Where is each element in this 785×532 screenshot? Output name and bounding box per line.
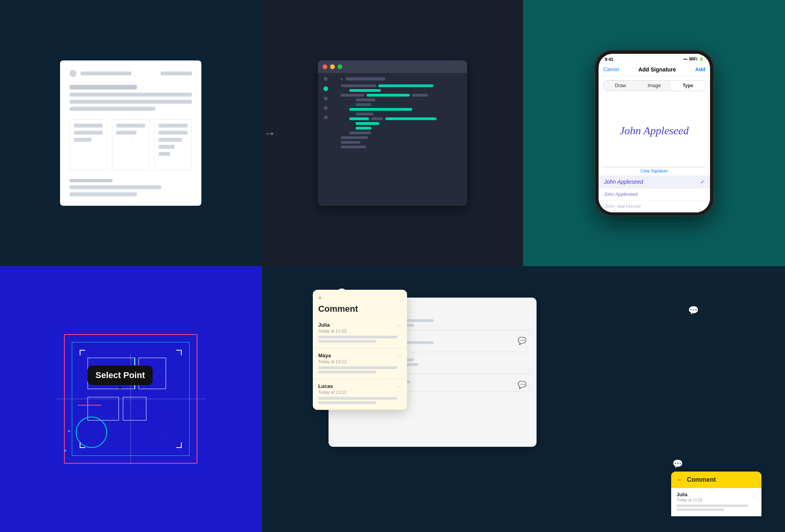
comment-time-maya: Today at 13:12 [318, 359, 347, 364]
code-line-9 [341, 122, 464, 125]
panel-wireframe: → [0, 0, 262, 266]
mobile-comment-options[interactable]: ⋮ [751, 492, 756, 505]
panel-code: ▾ [262, 0, 524, 266]
battery-icon: 🔋 [699, 57, 704, 61]
mobile-back-button[interactable]: ← [677, 476, 683, 483]
select-point-tooltip: Select Point [88, 366, 153, 385]
wireframe-card [60, 60, 201, 206]
statusbar-right: ▪▪▪ WiFi 🔋 [683, 57, 704, 61]
wf-heading [69, 85, 137, 90]
code-line-12 [341, 136, 464, 139]
comment-card-header: × [313, 290, 407, 304]
wf-col2-line2 [116, 131, 137, 135]
comment-author-julia: Julia [318, 322, 347, 328]
code-bar-cyan-2 [349, 89, 381, 92]
code-bar-cyan-10 [356, 127, 371, 130]
sig-nav-title: Add Signature [638, 66, 676, 73]
code-line-4 [341, 99, 464, 101]
sig-item-3[interactable]: John Appleseed [599, 201, 710, 212]
sidebar-dot-4 [324, 115, 328, 119]
wf-col1-line3 [74, 138, 91, 142]
fp-corner-br [176, 442, 182, 448]
sig-tab-type[interactable]: Type [671, 80, 705, 91]
arrow-icon: → [263, 126, 276, 140]
sidebar-dot-2 [324, 97, 328, 101]
wf-body-line-3 [69, 107, 155, 111]
sig-clear-label[interactable]: Celar Signature [599, 167, 710, 176]
fp-corner-bl [80, 442, 85, 448]
iphone-screen: 9:41 ▪▪▪ WiFi 🔋 Cancel Add Signature Add… [599, 54, 710, 212]
panel-floorplan: Select Point [0, 266, 262, 532]
sig-item-1[interactable]: John Appleseed ✓ [599, 176, 710, 188]
sig-check-icon: ✓ [700, 179, 705, 185]
mobile-comment-header: ← Comment [671, 472, 761, 488]
comment-time-julia: Today at 11:53 [318, 329, 347, 333]
comment-time-lucas: Today at 13:12 [318, 390, 347, 395]
code-bar-cyan-8c [385, 117, 436, 120]
comment-text-julia-1 [318, 336, 397, 338]
fp-corner-tr [176, 350, 182, 355]
sig-item-2[interactable]: John Appleseed [599, 188, 710, 201]
wf-col-1 [69, 119, 107, 170]
code-bar-5 [356, 103, 371, 106]
comment-text-maya-1 [318, 366, 397, 369]
wf-footer-heading [69, 179, 112, 182]
comment-author-maya: Maya [318, 353, 347, 358]
sig-cancel-button[interactable]: Cancel [603, 66, 619, 72]
comment-text-julia-2 [318, 340, 376, 343]
panel-signature: 9:41 ▪▪▪ WiFi 🔋 Cancel Add Signature Add… [523, 0, 785, 266]
emoji-bubble-2: 💬 [518, 380, 526, 389]
comment-options-maya[interactable]: ··· [397, 353, 402, 359]
code-bar-cyan-8 [349, 117, 369, 120]
code-bar-3b [412, 94, 428, 97]
code-lines [337, 84, 464, 148]
code-filename [346, 77, 385, 80]
sig-canvas: John Appleseed [603, 95, 705, 167]
sig-add-button[interactable]: Add [695, 66, 705, 72]
fp-hline [78, 405, 101, 406]
signal-icon: ▪▪▪ [683, 57, 688, 61]
comment-entry-julia: Julia Today at 11:53 ··· [313, 318, 407, 349]
wf-col3-line1 [159, 124, 188, 128]
wf-footer-line2 [69, 192, 137, 196]
comment-entry-lucas: Lucas Today at 13:12 ··· [313, 379, 407, 410]
status-time: 9:41 [605, 57, 613, 62]
comment-entry-header-julia: Julia Today at 11:53 ··· [318, 322, 402, 336]
comment-text-maya-2 [318, 371, 376, 373]
comment-close-button[interactable]: × [318, 294, 322, 302]
code-body: ▾ [318, 73, 467, 206]
traffic-light-red [323, 64, 327, 69]
sig-tab-draw[interactable]: Draw [604, 80, 637, 91]
sig-tab-image[interactable]: Image [637, 80, 671, 91]
code-titlebar [318, 60, 467, 73]
comment-mobile-card: ← Comment Julia Today at 11:53 ⋮ [671, 472, 761, 516]
wf-col3-line2 [159, 131, 188, 135]
sig-text-2: John Appleseed [604, 192, 638, 197]
code-line-14 [341, 146, 464, 148]
wf-body [69, 85, 192, 111]
sig-nav: Cancel Add Signature Add [599, 65, 710, 76]
comment-text-lucas-1 [318, 397, 397, 400]
sidebar-dot-1 [324, 77, 328, 81]
wf-footer [69, 179, 192, 196]
iphone-statusbar: 9:41 ▪▪▪ WiFi 🔋 [599, 54, 710, 65]
wifi-icon: WiFi [689, 57, 697, 61]
comment-options-lucas[interactable]: ··· [397, 383, 402, 389]
comment-options-julia[interactable]: ··· [397, 322, 402, 328]
code-bar [341, 84, 376, 87]
code-bar-cyan [378, 84, 433, 87]
comment-title: Comment [313, 304, 407, 318]
comment-entry-maya: Maya Today at 13:12 ··· [313, 349, 407, 379]
wf-col-2 [112, 119, 150, 170]
code-line-11 [341, 132, 464, 134]
sidebar-dot-active [323, 86, 328, 91]
code-file-header: ▾ [337, 77, 464, 81]
wf-col1-line2 [74, 131, 103, 135]
wf-body-line-1 [69, 93, 192, 97]
comment-entry-header-lucas: Lucas Today at 13:12 ··· [318, 383, 402, 397]
code-bar-3 [341, 94, 364, 97]
emoji-bubble-1: 💬 [518, 336, 526, 345]
sidebar-dot-3 [324, 106, 328, 110]
select-point-label: Select Point [95, 370, 145, 380]
traffic-light-yellow [330, 64, 335, 69]
